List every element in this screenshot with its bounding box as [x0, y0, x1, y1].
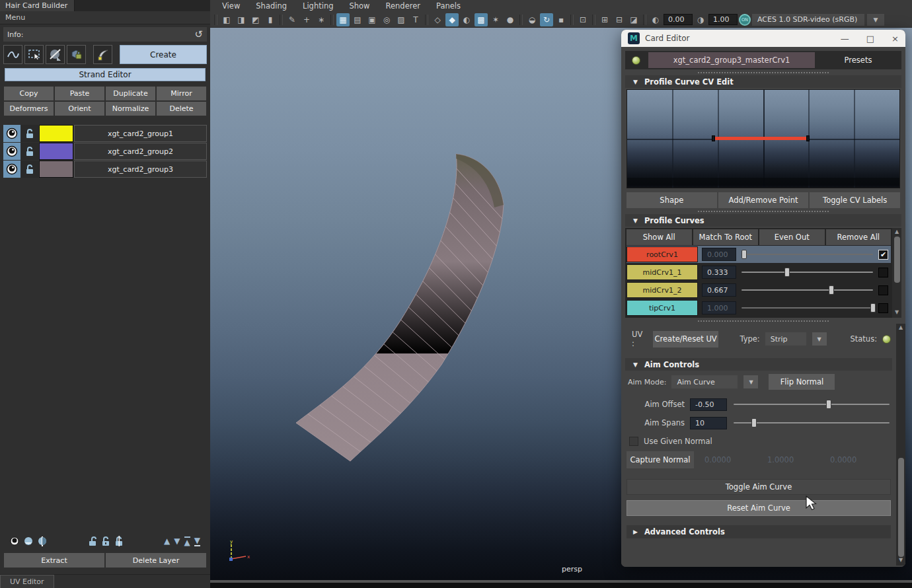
card-editor-titlebar[interactable]: M Card Editor — □ ×: [621, 30, 905, 47]
match-to-root-button[interactable]: Match To Root: [693, 229, 759, 245]
add-remove-point-button[interactable]: Add/Remove Point: [718, 192, 809, 208]
wireframe-cube-icon[interactable]: ◇: [431, 13, 444, 26]
color-management-toggle[interactable]: ON: [739, 14, 751, 26]
layer-color-swatch[interactable]: [39, 161, 73, 178]
toggle-cv-labels-button[interactable]: Toggle CV Labels: [810, 192, 900, 208]
curve-position-field[interactable]: 0.667: [702, 283, 736, 297]
menu-shading[interactable]: Shading: [256, 1, 287, 12]
deformers-button[interactable]: Deformers: [4, 102, 54, 116]
ambient-occlusion-icon[interactable]: ◒: [525, 13, 539, 26]
profile-curves-section-header[interactable]: ▼ Profile Curves: [625, 214, 901, 227]
curve-name-button[interactable]: midCrv1_1: [627, 264, 698, 280]
aim-mode-dropdown[interactable]: Aim Curve: [671, 375, 738, 388]
aim-spans-slider[interactable]: [732, 416, 891, 429]
shaded-layers-icon[interactable]: [24, 536, 34, 546]
camera-lock-icon[interactable]: ◨: [235, 13, 248, 26]
capture-normal-button[interactable]: Capture Normal: [627, 451, 694, 468]
curve-visible-checkbox[interactable]: [878, 303, 888, 313]
colorspace-dropdown-arrow[interactable]: ▼: [867, 14, 884, 26]
layer-lock-icon[interactable]: [21, 143, 38, 160]
curve-position-slider[interactable]: [740, 248, 874, 261]
reset-aim-curve-button[interactable]: Reset Aim Curve: [627, 500, 891, 516]
scroll-up-icon[interactable]: ▲: [895, 229, 899, 237]
maximize-button[interactable]: □: [866, 34, 874, 44]
safe-title-icon[interactable]: T: [409, 13, 422, 26]
master-curve-name-field[interactable]: xgt_card2_group3_masterCrv1: [648, 52, 815, 68]
layer-name[interactable]: xgt_card2_group3: [74, 161, 207, 178]
curve-visible-checkbox[interactable]: ✔: [878, 250, 888, 260]
lock-toggle-icon[interactable]: [114, 536, 124, 546]
colorspace-dropdown[interactable]: ACES 1.0 SDR-video (sRGB): [752, 14, 864, 26]
exposure-icon[interactable]: ◐: [649, 13, 662, 26]
normalize-button[interactable]: Normalize: [106, 102, 155, 116]
unlock-all-icon[interactable]: [88, 536, 97, 546]
move-pivot-icon[interactable]: +: [300, 13, 313, 26]
menu-lighting[interactable]: Lighting: [303, 1, 333, 12]
resolution-gate-icon[interactable]: ▣: [365, 13, 379, 26]
show-all-button[interactable]: Show All: [627, 229, 692, 245]
aim-mode-dropdown-arrow[interactable]: ▼: [743, 375, 758, 388]
contrast-icon[interactable]: ◑: [694, 13, 707, 26]
aim-spans-field[interactable]: 10: [690, 417, 727, 429]
scroll-thumb[interactable]: [894, 237, 900, 283]
checker-material-icon[interactable]: ▩: [475, 13, 488, 26]
curve-row[interactable]: midCrv1_2 0.667: [627, 281, 891, 299]
gate-mask-icon[interactable]: ◎: [380, 13, 393, 26]
camera-icon[interactable]: ◧: [220, 13, 233, 26]
close-button[interactable]: ×: [892, 34, 899, 44]
grid-toggle-icon[interactable]: ▦: [336, 13, 350, 26]
field-chart-icon[interactable]: ▨: [395, 13, 408, 26]
scroll-up-icon[interactable]: ▲: [899, 324, 903, 332]
cv-point-handle[interactable]: [712, 135, 715, 141]
curve-row[interactable]: tipCrv1 1.000: [627, 299, 891, 316]
layer-visibility-icon[interactable]: [3, 161, 20, 178]
curve-name-button[interactable]: midCrv1_2: [627, 282, 698, 298]
refresh-icon[interactable]: ↺: [194, 28, 203, 40]
cube-lock-tool-icon[interactable]: [67, 45, 86, 64]
curve-name-button[interactable]: rootCrv1: [627, 246, 698, 262]
gamma-field[interactable]: 1.00: [708, 14, 738, 25]
create-button[interactable]: Create: [120, 45, 207, 64]
advanced-controls-section-header[interactable]: ▶ Advanced Controls: [627, 525, 891, 538]
cv-point-handle[interactable]: [806, 135, 810, 141]
cv-edit-section-header[interactable]: ▼ Profile Curve CV Edit: [625, 75, 901, 88]
isolate-select-icon[interactable]: ⊡: [576, 13, 589, 26]
strand-editor-button[interactable]: Strand Editor: [5, 68, 206, 81]
aim-offset-field[interactable]: -0.50: [690, 398, 727, 411]
film-gate-icon[interactable]: ▤: [351, 13, 364, 26]
half-visibility-icon[interactable]: [38, 536, 48, 546]
layer-lock-icon[interactable]: [21, 161, 38, 178]
curve-position-slider[interactable]: [740, 266, 874, 279]
layer-color-swatch[interactable]: [39, 125, 73, 142]
textured-icon[interactable]: ◐: [460, 13, 473, 26]
curve-position-field[interactable]: 0.000: [702, 248, 736, 261]
snapshot-icon[interactable]: ◪: [627, 13, 640, 26]
move-layer-top-icon[interactable]: ▲: [184, 536, 190, 546]
remove-all-button[interactable]: Remove All: [826, 229, 892, 245]
layer-visibility-icon[interactable]: [3, 125, 20, 142]
marquee-select-tool-icon[interactable]: [24, 45, 44, 64]
curves-scrollbar[interactable]: ▲ ▼: [892, 228, 901, 318]
curve-position-field[interactable]: 1.000: [702, 301, 736, 314]
curve-visible-checkbox[interactable]: [878, 268, 888, 277]
toggle-aim-curve-button[interactable]: Toggle Aim Curve: [627, 479, 891, 495]
sphere-slash-tool-icon[interactable]: [46, 45, 65, 64]
curve-visible-checkbox[interactable]: [878, 285, 888, 295]
flip-normal-button[interactable]: Flip Normal: [769, 374, 835, 390]
paint-select-icon[interactable]: ∗: [315, 13, 328, 26]
copy-button[interactable]: Copy: [4, 87, 54, 100]
cv-profile-segment[interactable]: [714, 137, 807, 140]
orient-button[interactable]: Orient: [55, 102, 104, 116]
layer-name[interactable]: xgt_card2_group1: [74, 125, 207, 142]
layer-visibility-icon[interactable]: [3, 143, 20, 160]
strand-brush-tool-icon[interactable]: [93, 45, 112, 64]
move-layer-down-icon[interactable]: ▼: [174, 537, 180, 545]
curve-name-button[interactable]: tipCrv1: [627, 300, 698, 316]
shape-button[interactable]: Shape: [627, 192, 717, 208]
use-given-normal-checkbox[interactable]: [629, 437, 638, 446]
section-drag-handle[interactable]: [698, 320, 829, 322]
even-out-button[interactable]: Even Out: [759, 229, 825, 245]
create-reset-uv-button[interactable]: Create/Reset UV: [653, 331, 719, 348]
camera-settings-icon[interactable]: ◩: [249, 13, 262, 26]
minimize-button[interactable]: —: [841, 34, 849, 44]
